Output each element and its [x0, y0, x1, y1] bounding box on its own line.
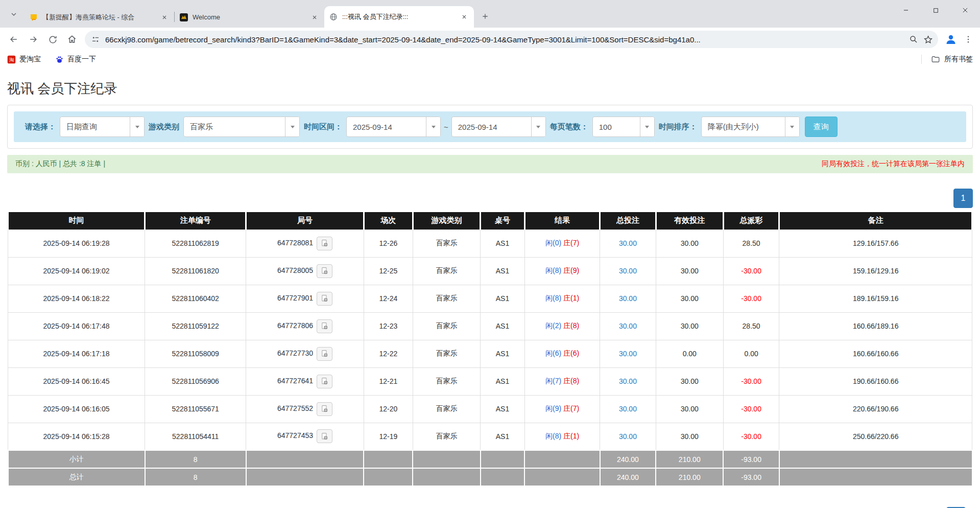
cell-game: 百家乐: [413, 229, 480, 257]
maximize-button[interactable]: [921, 0, 950, 20]
subtotal-row: 小计 8 240.00 210.00 -93.00: [8, 450, 972, 468]
svg-text:淘: 淘: [9, 57, 14, 62]
cell-total-bet[interactable]: 30.00: [600, 312, 656, 340]
cell-time: 2025-09-14 06:17:18: [8, 340, 145, 367]
globe-favicon-icon: [329, 13, 338, 21]
bookmark-aitaobao[interactable]: 淘 爱淘宝: [7, 55, 41, 64]
currency-summary-text: 币别 : 人民币 | 总共 :8 注单 |: [15, 159, 105, 169]
video-file-icon: [320, 321, 329, 331]
cell-round: 647727806: [246, 312, 364, 340]
video-replay-button[interactable]: [317, 292, 332, 306]
bookmark-button[interactable]: [921, 32, 935, 47]
table-row: 2025-09-14 06:18:22522811060402647727901…: [8, 285, 972, 312]
close-tab-icon[interactable]: [460, 12, 469, 21]
time-sort-select[interactable]: 降幂(由大到小): [701, 117, 800, 137]
cell-session: 12-23: [364, 312, 413, 340]
cell-payout: -30.00: [723, 367, 779, 395]
table-row: 2025-09-14 06:15:28522811054411647727453…: [8, 423, 972, 450]
cell-game: 百家乐: [413, 367, 480, 395]
tab-forum[interactable]: 【新提醒】海燕策略论坛 - 综合: [25, 7, 174, 28]
profile-avatar[interactable]: [942, 31, 960, 48]
total-label: 总计: [8, 468, 145, 486]
forward-button[interactable]: [25, 31, 42, 48]
zoom-button[interactable]: [906, 32, 921, 47]
page-title: 视讯 会员下注纪录: [7, 80, 980, 98]
column-header-3: 局号: [246, 212, 364, 229]
video-replay-button[interactable]: [317, 264, 332, 278]
date-range-label: 时间区间：: [304, 122, 342, 132]
folder-icon: [931, 55, 940, 64]
cell-note: 220.66/190.66: [779, 395, 972, 423]
date-end-value: 2025-09-14: [452, 117, 531, 136]
tab-strip: 【新提醒】海燕策略论坛 - 综合 Welcome :::视讯 会员下注纪录:::: [0, 0, 980, 28]
dropdown-arrow-icon[interactable]: [285, 117, 299, 136]
video-file-icon: [320, 432, 329, 441]
bookmarks-bar: 淘 爱淘宝 百度一下 所有书签: [0, 51, 980, 67]
video-replay-button[interactable]: [317, 237, 332, 250]
cell-total-bet[interactable]: 30.00: [600, 395, 656, 423]
query-type-select[interactable]: 日期查询: [60, 117, 145, 137]
minimize-button[interactable]: [891, 0, 921, 20]
video-replay-button[interactable]: [317, 402, 332, 416]
column-header-1: 时间: [8, 212, 145, 229]
date-end-select[interactable]: 2025-09-14: [451, 117, 546, 137]
all-bookmarks[interactable]: 所有书签: [921, 55, 973, 64]
cell-total-bet[interactable]: 30.00: [600, 423, 656, 450]
window-controls: [891, 0, 980, 20]
new-tab-button[interactable]: [478, 9, 492, 24]
dropdown-arrow-icon[interactable]: [785, 117, 799, 136]
home-button[interactable]: [63, 31, 81, 48]
back-button[interactable]: [5, 31, 22, 48]
bookmark-baidu[interactable]: 百度一下: [55, 55, 96, 64]
close-tab-icon[interactable]: [310, 13, 319, 22]
dropdown-arrow-icon[interactable]: [130, 117, 144, 136]
table-row: 2025-09-14 06:17:48522811059122647727806…: [8, 312, 972, 340]
browser-menu-button[interactable]: [961, 31, 976, 48]
video-replay-button[interactable]: [317, 429, 332, 443]
cell-bet-id: 522811061820: [145, 257, 246, 285]
close-tab-icon[interactable]: [160, 13, 169, 22]
filter-panel: 请选择： 日期查询 游戏类别 百家乐 时间区间： 2025-09-14 ~ 20…: [7, 105, 973, 149]
cell-total-bet[interactable]: 30.00: [600, 340, 656, 367]
cell-result: 闲(0) 庄(7): [524, 229, 600, 257]
cell-total-bet[interactable]: 30.00: [600, 285, 656, 312]
plus-icon: [481, 12, 489, 20]
dropdown-arrow-icon[interactable]: [531, 117, 545, 136]
close-window-button[interactable]: [950, 0, 980, 20]
cell-bet-id: 522811054411: [145, 423, 246, 450]
cell-total-bet[interactable]: 30.00: [600, 229, 656, 257]
table-row: 2025-09-14 06:16:05522811055671647727552…: [8, 395, 972, 423]
bet-record-table: 时间注单编号局号场次游戏类别桌号结果总投注有效投注总派彩备注 2025-09-1…: [7, 212, 973, 487]
page-1-button[interactable]: 1: [953, 189, 973, 208]
cell-result: 闲(9) 庄(7): [524, 395, 600, 423]
cell-note: 250.66/220.66: [779, 423, 972, 450]
back-arrow-icon: [9, 34, 19, 44]
search-button[interactable]: 查询: [805, 117, 838, 137]
date-start-select[interactable]: 2025-09-14: [346, 117, 441, 137]
dropdown-arrow-icon[interactable]: [640, 117, 654, 136]
reload-icon: [48, 35, 58, 44]
url-text[interactable]: 66cxkj98.com/game/betrecord_search/kind3…: [105, 35, 906, 44]
cell-round: 647728081: [246, 229, 364, 257]
video-replay-button[interactable]: [317, 347, 332, 361]
dropdown-arrow-icon[interactable]: [426, 117, 440, 136]
video-replay-button[interactable]: [317, 375, 332, 388]
per-page-label: 每页笔数：: [550, 122, 588, 132]
cell-total-bet[interactable]: 30.00: [600, 367, 656, 395]
cell-note: 160.66/160.66: [779, 340, 972, 367]
cell-payout: -30.00: [723, 423, 779, 450]
reload-button[interactable]: [44, 31, 61, 48]
tab-search-button[interactable]: [6, 7, 21, 22]
cell-game: 百家乐: [413, 340, 480, 367]
column-header-6: 桌号: [481, 212, 525, 229]
video-replay-button[interactable]: [317, 319, 332, 333]
tab-bet-record[interactable]: :::视讯 会员下注纪录:::: [324, 6, 474, 28]
per-page-select[interactable]: 100: [592, 117, 655, 137]
cell-session: 12-25: [364, 257, 413, 285]
tab-welcome[interactable]: Welcome: [175, 7, 324, 28]
url-bar[interactable]: 66cxkj98.com/game/betrecord_search/kind3…: [85, 31, 938, 48]
game-kind-select[interactable]: 百家乐: [183, 117, 300, 137]
cell-table-no: AS1: [481, 312, 525, 340]
cell-payout: 28.50: [723, 312, 779, 340]
cell-total-bet[interactable]: 30.00: [600, 257, 656, 285]
